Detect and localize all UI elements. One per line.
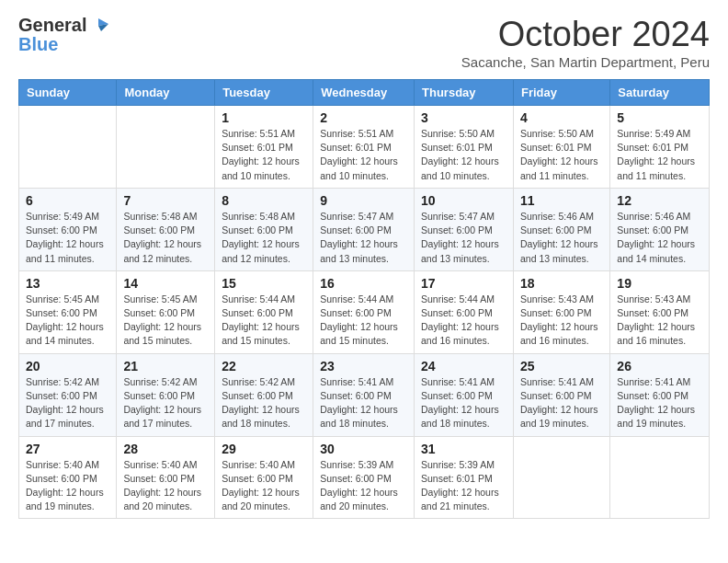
calendar-week-row: 13Sunrise: 5:45 AM Sunset: 6:00 PM Dayli… [19, 270, 710, 353]
day-number: 13 [26, 276, 109, 291]
day-number: 3 [421, 110, 506, 125]
day-number: 6 [26, 193, 109, 208]
calendar-day-cell: 25Sunrise: 5:41 AM Sunset: 6:00 PM Dayli… [513, 353, 609, 436]
calendar-day-cell: 23Sunrise: 5:41 AM Sunset: 6:00 PM Dayli… [313, 353, 415, 436]
calendar-day-cell: 30Sunrise: 5:39 AM Sunset: 6:00 PM Dayli… [313, 436, 415, 519]
calendar-day-cell: 16Sunrise: 5:44 AM Sunset: 6:00 PM Dayli… [313, 270, 415, 353]
day-number: 24 [421, 359, 506, 373]
day-number: 31 [421, 442, 506, 456]
day-info: Sunrise: 5:50 AM Sunset: 6:01 PM Dayligh… [520, 127, 603, 183]
calendar-day-cell: 12Sunrise: 5:46 AM Sunset: 6:00 PM Dayli… [610, 188, 710, 270]
calendar-day-cell: 15Sunrise: 5:44 AM Sunset: 6:00 PM Dayli… [215, 270, 313, 353]
day-info: Sunrise: 5:48 AM Sunset: 6:00 PM Dayligh… [123, 210, 208, 266]
calendar-day-cell: 28Sunrise: 5:40 AM Sunset: 6:00 PM Dayli… [117, 436, 215, 519]
day-number: 11 [520, 193, 603, 208]
calendar-day-cell [610, 436, 710, 519]
header: General Blue October 2024 Sacanche, San … [18, 15, 710, 70]
calendar-day-cell [513, 436, 609, 519]
day-number: 18 [520, 276, 603, 291]
day-info: Sunrise: 5:42 AM Sunset: 6:00 PM Dayligh… [123, 375, 208, 431]
calendar-header-row: Sunday Monday Tuesday Wednesday Thursday… [19, 80, 710, 106]
calendar-day-cell: 29Sunrise: 5:40 AM Sunset: 6:00 PM Dayli… [215, 436, 313, 519]
day-info: Sunrise: 5:48 AM Sunset: 6:00 PM Dayligh… [222, 210, 306, 266]
day-number: 15 [222, 276, 306, 291]
calendar-week-row: 27Sunrise: 5:40 AM Sunset: 6:00 PM Dayli… [19, 436, 710, 519]
calendar-day-cell: 27Sunrise: 5:40 AM Sunset: 6:00 PM Dayli… [19, 436, 117, 519]
day-number: 9 [320, 193, 407, 208]
day-info: Sunrise: 5:45 AM Sunset: 6:00 PM Dayligh… [123, 293, 208, 349]
day-number: 28 [123, 442, 208, 456]
day-info: Sunrise: 5:44 AM Sunset: 6:00 PM Dayligh… [222, 293, 306, 349]
day-info: Sunrise: 5:49 AM Sunset: 6:01 PM Dayligh… [617, 127, 702, 183]
day-info: Sunrise: 5:44 AM Sunset: 6:00 PM Dayligh… [421, 293, 506, 349]
day-number: 23 [320, 359, 407, 373]
day-info: Sunrise: 5:41 AM Sunset: 6:00 PM Dayligh… [617, 375, 702, 431]
day-info: Sunrise: 5:42 AM Sunset: 6:00 PM Dayligh… [26, 375, 109, 431]
calendar-week-row: 1Sunrise: 5:51 AM Sunset: 6:01 PM Daylig… [19, 106, 710, 189]
calendar-day-cell: 26Sunrise: 5:41 AM Sunset: 6:00 PM Dayli… [610, 353, 710, 436]
day-number: 1 [222, 110, 306, 125]
col-monday: Monday [117, 80, 215, 106]
calendar-day-cell: 19Sunrise: 5:43 AM Sunset: 6:00 PM Dayli… [610, 270, 710, 353]
calendar-day-cell: 7Sunrise: 5:48 AM Sunset: 6:00 PM Daylig… [117, 188, 215, 270]
day-number: 21 [123, 359, 208, 373]
day-info: Sunrise: 5:41 AM Sunset: 6:00 PM Dayligh… [320, 375, 407, 431]
day-info: Sunrise: 5:47 AM Sunset: 6:00 PM Dayligh… [421, 210, 506, 266]
day-info: Sunrise: 5:45 AM Sunset: 6:00 PM Dayligh… [26, 293, 109, 349]
day-info: Sunrise: 5:41 AM Sunset: 6:00 PM Dayligh… [520, 375, 603, 431]
day-info: Sunrise: 5:40 AM Sunset: 6:00 PM Dayligh… [222, 458, 306, 514]
calendar-table: Sunday Monday Tuesday Wednesday Thursday… [18, 79, 710, 519]
day-info: Sunrise: 5:46 AM Sunset: 6:00 PM Dayligh… [520, 210, 603, 266]
day-number: 17 [421, 276, 506, 291]
day-number: 29 [222, 442, 306, 456]
page: General Blue October 2024 Sacanche, San … [0, 0, 728, 534]
calendar-day-cell: 17Sunrise: 5:44 AM Sunset: 6:00 PM Dayli… [415, 270, 514, 353]
calendar-day-cell: 18Sunrise: 5:43 AM Sunset: 6:00 PM Dayli… [513, 270, 609, 353]
day-info: Sunrise: 5:42 AM Sunset: 6:00 PM Dayligh… [222, 375, 306, 431]
title-section: October 2024 Sacanche, San Martin Depart… [461, 15, 710, 70]
calendar-day-cell [117, 106, 215, 189]
col-thursday: Thursday [415, 80, 514, 106]
calendar-day-cell: 22Sunrise: 5:42 AM Sunset: 6:00 PM Dayli… [215, 353, 313, 436]
calendar-day-cell: 21Sunrise: 5:42 AM Sunset: 6:00 PM Dayli… [117, 353, 215, 436]
col-friday: Friday [513, 80, 609, 106]
col-sunday: Sunday [19, 80, 117, 106]
calendar-day-cell: 8Sunrise: 5:48 AM Sunset: 6:00 PM Daylig… [215, 188, 313, 270]
day-number: 2 [320, 110, 407, 125]
day-info: Sunrise: 5:39 AM Sunset: 6:01 PM Dayligh… [421, 458, 506, 514]
day-number: 16 [320, 276, 407, 291]
calendar-day-cell: 14Sunrise: 5:45 AM Sunset: 6:00 PM Dayli… [117, 270, 215, 353]
location-subtitle: Sacanche, San Martin Department, Peru [461, 54, 710, 70]
col-tuesday: Tuesday [215, 80, 313, 106]
calendar-day-cell [19, 106, 117, 189]
day-info: Sunrise: 5:51 AM Sunset: 6:01 PM Dayligh… [222, 127, 306, 183]
day-number: 12 [617, 193, 702, 208]
calendar-week-row: 20Sunrise: 5:42 AM Sunset: 6:00 PM Dayli… [19, 353, 710, 436]
day-number: 26 [617, 359, 702, 373]
day-number: 22 [222, 359, 306, 373]
day-number: 8 [222, 193, 306, 208]
day-info: Sunrise: 5:40 AM Sunset: 6:00 PM Dayligh… [26, 458, 109, 514]
calendar-day-cell: 3Sunrise: 5:50 AM Sunset: 6:01 PM Daylig… [415, 106, 514, 189]
logo-general-text: General [18, 16, 86, 34]
day-info: Sunrise: 5:43 AM Sunset: 6:00 PM Dayligh… [617, 293, 702, 349]
day-info: Sunrise: 5:41 AM Sunset: 6:00 PM Dayligh… [421, 375, 506, 431]
logo-blue-text: Blue [18, 35, 58, 53]
day-info: Sunrise: 5:51 AM Sunset: 6:01 PM Dayligh… [320, 127, 407, 183]
day-number: 7 [123, 193, 208, 208]
calendar-day-cell: 13Sunrise: 5:45 AM Sunset: 6:00 PM Dayli… [19, 270, 117, 353]
col-wednesday: Wednesday [313, 80, 415, 106]
day-info: Sunrise: 5:40 AM Sunset: 6:00 PM Dayligh… [123, 458, 208, 514]
calendar-day-cell: 24Sunrise: 5:41 AM Sunset: 6:00 PM Dayli… [415, 353, 514, 436]
day-info: Sunrise: 5:49 AM Sunset: 6:00 PM Dayligh… [26, 210, 109, 266]
calendar-week-row: 6Sunrise: 5:49 AM Sunset: 6:00 PM Daylig… [19, 188, 710, 270]
logo-bird-icon [88, 15, 108, 35]
day-info: Sunrise: 5:44 AM Sunset: 6:00 PM Dayligh… [320, 293, 407, 349]
day-number: 14 [123, 276, 208, 291]
col-saturday: Saturday [610, 80, 710, 106]
day-number: 30 [320, 442, 407, 456]
day-number: 4 [520, 110, 603, 125]
calendar-day-cell: 11Sunrise: 5:46 AM Sunset: 6:00 PM Dayli… [513, 188, 609, 270]
calendar-day-cell: 6Sunrise: 5:49 AM Sunset: 6:00 PM Daylig… [19, 188, 117, 270]
month-title: October 2024 [461, 15, 710, 54]
